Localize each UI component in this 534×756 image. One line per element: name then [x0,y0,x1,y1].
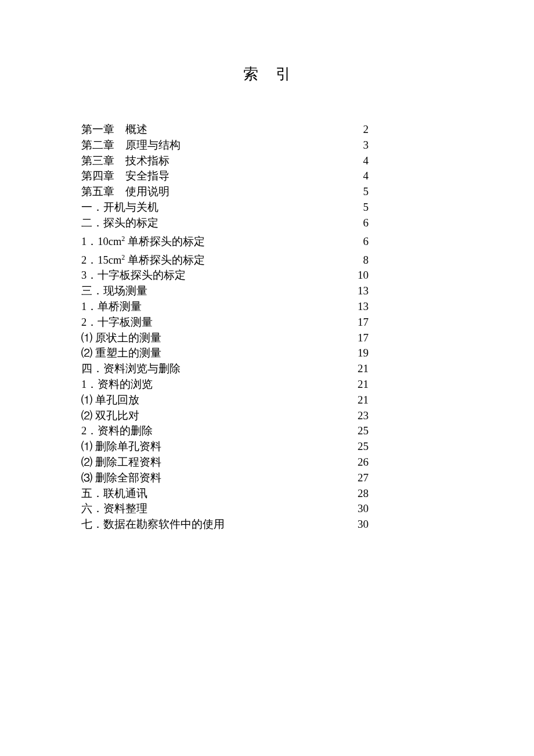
toc-page: 28 [358,486,453,502]
toc-label: 1．资料的浏览 [81,377,153,393]
toc-entry: ⑵ 重塑土的测量 19 [81,345,453,361]
toc-page: 6 [363,234,453,250]
table-of-contents: 第一章 概述 2 第二章 原理与结构 3 第三章 技术指标 4 第四章 安全指导… [81,122,453,532]
toc-page: 30 [358,517,453,532]
toc-page: 17 [358,330,453,346]
toc-label: ⑵ 重塑土的测量 [81,345,161,361]
toc-entry: 2．十字板测量 17 [81,315,453,330]
toc-label: 1．单桥测量 [81,299,142,315]
toc-entry: ⑵ 双孔比对 23 [81,408,453,424]
toc-label: ⑴ 删除单孔资料 [81,439,161,455]
toc-page: 19 [358,345,453,361]
toc-page: 26 [358,455,453,470]
toc-entry: ⑵ 删除工程资料 26 [81,455,453,470]
page-title: 索引 [81,64,453,84]
page-container: 索引 第一章 概述 2 第二章 原理与结构 3 第三章 技术指标 4 第四章 安… [0,0,534,532]
toc-label: 2．资料的删除 [81,423,153,439]
toc-entry: 2．资料的删除 25 [81,423,453,439]
toc-entry: 第四章 安全指导 4 [81,168,453,184]
toc-page: 21 [358,361,453,377]
toc-entry: ⑴ 原状土的测量 17 [81,330,453,346]
toc-entry: 第一章 概述 2 [81,122,453,138]
toc-page: 17 [358,315,453,330]
toc-page: 21 [358,377,453,393]
toc-entry: 三．现场测量 13 [81,283,453,299]
toc-page: 5 [363,184,453,200]
toc-entry: 3．十字板探头的标定 10 [81,268,453,283]
toc-entry: 五．联机通讯 28 [81,486,453,502]
toc-entry: 六．资料整理 30 [81,501,453,517]
toc-label: 3．十字板探头的标定 [81,268,186,283]
toc-label: 第二章 原理与结构 [81,138,181,153]
toc-label: 三．现场测量 [81,283,147,299]
toc-page: 23 [358,408,453,424]
toc-page: 25 [358,439,453,455]
toc-page: 30 [358,501,453,517]
toc-label: 1．10cm2 单桥探头的标定 [81,231,205,250]
toc-page: 13 [358,283,453,299]
toc-label: ⑶ 删除全部资料 [81,470,161,486]
toc-label: 2．十字板测量 [81,315,153,330]
toc-label: 七．数据在勘察软件中的使用 [81,517,225,532]
toc-entry: 一．开机与关机 5 [81,200,453,215]
toc-label: 第四章 安全指导 [81,168,169,184]
toc-page: 13 [358,299,453,315]
toc-label: ⑵ 删除工程资料 [81,455,161,470]
toc-page: 25 [358,423,453,439]
toc-entry: 第三章 技术指标 4 [81,153,453,169]
toc-entry: 第二章 原理与结构 3 [81,138,453,153]
toc-page: 2 [363,122,453,138]
toc-entry: 第五章 使用说明 5 [81,184,453,200]
toc-page: 10 [358,268,453,283]
toc-label: 二．探头的标定 [81,215,158,231]
toc-entry: ⑴ 单孔回放 21 [81,393,453,408]
toc-page: 6 [363,215,453,231]
toc-label: ⑵ 双孔比对 [81,408,139,424]
toc-entry: 1．资料的浏览 21 [81,377,453,393]
toc-page: 27 [358,470,453,486]
toc-label: 六．资料整理 [81,501,147,517]
toc-label: 第三章 技术指标 [81,153,169,169]
toc-entry: 1．单桥测量 13 [81,299,453,315]
toc-page: 4 [363,168,453,184]
toc-page: 8 [363,253,453,268]
toc-entry: 2．15cm2 单桥探头的标定 8 [81,250,453,268]
toc-page: 21 [358,393,453,408]
toc-label: ⑴ 原状土的测量 [81,330,161,346]
toc-page: 4 [363,153,453,169]
toc-entry: ⑴ 删除单孔资料 25 [81,439,453,455]
toc-entry: 四．资料浏览与删除 21 [81,361,453,377]
toc-label: ⑴ 单孔回放 [81,393,139,408]
toc-page: 5 [363,200,453,215]
toc-entry: 七．数据在勘察软件中的使用 30 [81,517,453,532]
toc-label: 五．联机通讯 [81,486,147,502]
toc-label: 第一章 概述 [81,122,147,138]
toc-label: 第五章 使用说明 [81,184,169,200]
toc-entry: 二．探头的标定 6 [81,215,453,231]
toc-entry: 1．10cm2 单桥探头的标定 6 [81,231,453,250]
toc-label: 四．资料浏览与删除 [81,361,181,377]
toc-page: 3 [363,138,453,153]
toc-label: 一．开机与关机 [81,200,158,215]
toc-label: 2．15cm2 单桥探头的标定 [81,250,205,268]
toc-entry: ⑶ 删除全部资料 27 [81,470,453,486]
